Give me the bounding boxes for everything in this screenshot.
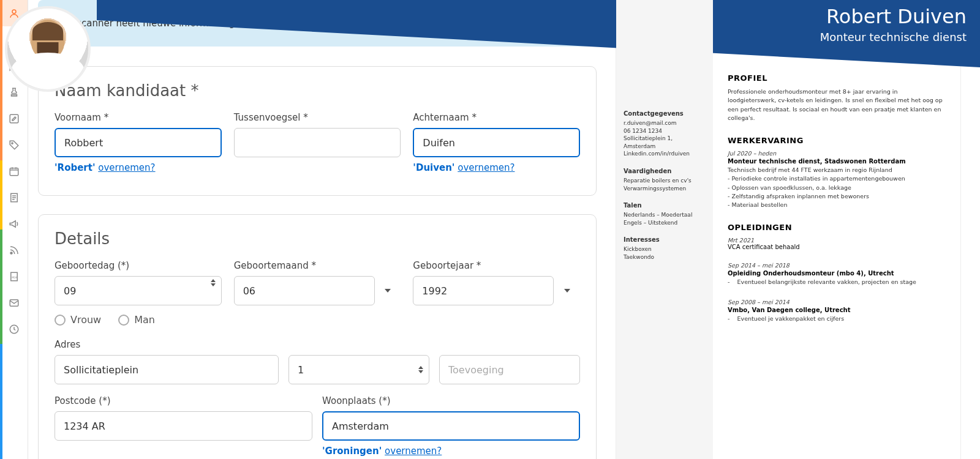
form-column: Onze scanner heeft nieuwe informatie gev… [28, 0, 606, 459]
addition-input[interactable] [439, 355, 580, 384]
city-suggest-value: 'Groningen' [322, 446, 382, 457]
edit-icon [9, 113, 20, 124]
details-card: Details Geboortedag (*) Geboortemaand * … [38, 214, 597, 459]
middle-input[interactable] [234, 128, 401, 157]
cv-preview-column: Robert Duiven Monteur technische dienst … [606, 0, 980, 459]
svg-text:PDF: PDF [12, 276, 17, 279]
sidebar-item-mail[interactable] [0, 289, 28, 316]
cv-int-h: Interesses [624, 236, 706, 243]
sidebar-item-clock[interactable] [0, 316, 28, 342]
sidebar-item-announce[interactable] [0, 211, 28, 237]
radio-icon [118, 315, 129, 326]
address-label: Adres [55, 339, 580, 350]
birthmonth-label: Geboortemaand * [234, 260, 401, 271]
svg-rect-4 [10, 168, 18, 175]
name-card: Naam kandidaat * Voornaam * 'Robert' ove… [38, 66, 597, 196]
cv-exp-h: WERKERVARING [728, 136, 946, 145]
sidebar-item-rss[interactable] [0, 237, 28, 263]
birthyear-label: Geboortejaar * [413, 260, 580, 271]
user-icon [9, 8, 20, 19]
doc-icon [9, 192, 20, 203]
cv-document: Robert Duiven Monteur technische dienst … [616, 0, 960, 459]
clock-icon [9, 324, 20, 335]
calendar-icon [9, 166, 20, 177]
name-card-title: Naam kandidaat * [55, 81, 580, 100]
city-suggest-link[interactable]: overnemen? [385, 446, 442, 457]
cv-skills-h: Vaardigheden [624, 168, 706, 174]
radio-icon [55, 315, 66, 326]
cv-main: PROFIELProfessionele onderhoudsmonteur m… [713, 0, 960, 459]
housenum-input[interactable] [288, 355, 429, 384]
firstname-suggest-link[interactable]: overnemen? [98, 162, 155, 173]
svg-point-0 [12, 10, 16, 13]
day-spinner[interactable] [211, 279, 216, 286]
tag-icon [9, 140, 20, 151]
birthday-input[interactable] [55, 276, 222, 305]
lastname-suggest-value: 'Duiven' [413, 162, 454, 173]
sidebar-item-doc[interactable] [0, 184, 28, 211]
lastname-input[interactable] [413, 128, 580, 157]
sidebar-item-calendar[interactable] [0, 158, 28, 184]
cv-profile-h: PROFIEL [728, 73, 946, 83]
gender-male[interactable]: Man [118, 314, 155, 326]
firstname-suggestion: 'Robert' overnemen? [55, 162, 222, 173]
cv-lang-h: Talen [624, 202, 706, 209]
street-input[interactable] [55, 355, 279, 384]
postcode-input[interactable] [55, 411, 312, 441]
svg-point-3 [11, 142, 12, 143]
num-spinner[interactable] [418, 366, 423, 373]
lastname-suggest-link[interactable]: overnemen? [458, 162, 514, 173]
cv-sidebar: Contactgegevensr.duiven@mail.com06 1234 … [616, 0, 713, 459]
birthday-label: Geboortedag (*) [55, 260, 222, 271]
sidebar-accent [0, 0, 2, 459]
postcode-label: Postcode (*) [55, 395, 312, 406]
lastname-suggestion: 'Duiven' overnemen? [413, 162, 580, 173]
mail-icon [9, 297, 20, 308]
birthmonth-select[interactable] [234, 276, 375, 305]
firstname-label: Voornaam * [55, 112, 222, 123]
city-input[interactable] [322, 411, 580, 441]
gender-female[interactable]: Vrouw [55, 314, 101, 326]
cv-edu-h: OPLEIDINGEN [728, 223, 946, 232]
sidebar-item-edit[interactable] [0, 105, 28, 132]
gender-radios: Vrouw Man [55, 314, 580, 326]
svg-point-6 [10, 252, 12, 254]
chess-icon [9, 87, 20, 98]
sidebar-item-pdf[interactable]: PDF [0, 263, 28, 289]
birthyear-select[interactable] [413, 276, 554, 305]
lastname-label: Achternaam * [413, 112, 580, 123]
city-label: Woonplaats (*) [322, 395, 580, 406]
pdf-icon: PDF [9, 271, 20, 282]
city-suggestion: 'Groningen' overnemen? [322, 446, 580, 457]
firstname-input[interactable] [55, 128, 222, 157]
sidebar-item-tag[interactable] [0, 132, 28, 158]
main: Onze scanner heeft nieuwe informatie gev… [28, 0, 980, 459]
details-title: Details [55, 230, 580, 248]
megaphone-icon [9, 218, 20, 230]
rss-icon [9, 245, 20, 256]
firstname-suggest-value: 'Robert' [55, 162, 96, 173]
svg-rect-2 [10, 114, 18, 123]
middle-label: Tussenvoegsel * [234, 112, 401, 123]
cv-contact-h: Contactgegevens [624, 110, 706, 117]
